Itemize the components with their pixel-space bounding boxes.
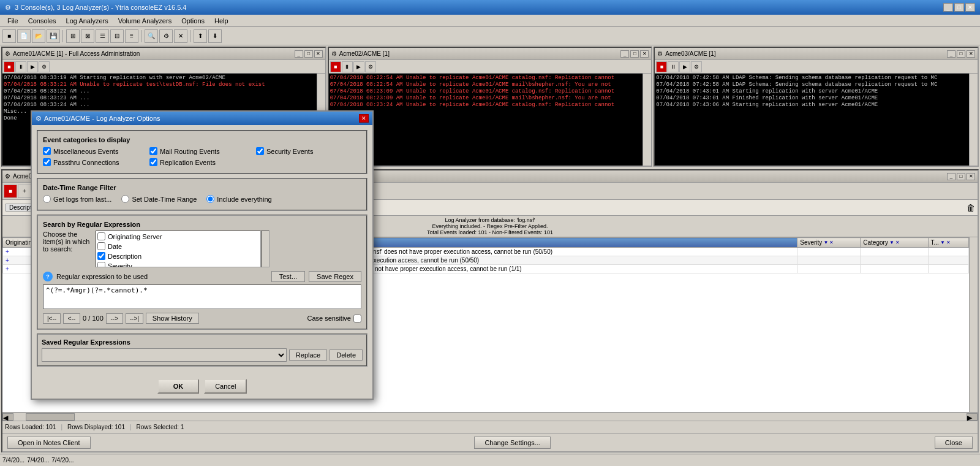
log-analyzer-close[interactable]: ✕ (967, 173, 975, 180)
toolbar-btn11[interactable]: ⬇ (208, 29, 222, 43)
regex-item-severity-input[interactable] (97, 262, 105, 267)
toolbar-btn6[interactable]: ≡ (125, 29, 138, 43)
console3-minimize[interactable]: _ (947, 50, 956, 58)
toolbar-new-btn[interactable]: 📄 (17, 29, 31, 43)
dialog-close-btn[interactable]: ✕ (359, 114, 369, 123)
log-table-scrollbar-v[interactable] (969, 237, 978, 412)
col-filter-category[interactable]: ✕ (895, 240, 900, 245)
toolbar-btn10[interactable]: ⬆ (194, 29, 207, 43)
toolbar-btn8[interactable]: ⚙ (159, 29, 173, 43)
console2-minimize[interactable]: _ (620, 50, 629, 58)
regex-items-scrollbox[interactable]: Originating Server Date Description (96, 231, 261, 267)
regex-last-btn[interactable]: -->| (126, 313, 143, 324)
toolbar-btn3[interactable]: ⊠ (81, 29, 94, 43)
regex-items-scrollbar[interactable] (261, 231, 270, 267)
toolbar-btn7[interactable]: 🔍 (145, 29, 158, 43)
regex-item-date-input[interactable] (97, 242, 105, 250)
toolbar-btn9[interactable]: ✕ (174, 29, 187, 43)
console1-stop[interactable]: ■ (4, 61, 15, 72)
regex-next-btn[interactable]: --> (106, 313, 123, 324)
console2-settings[interactable]: ⚙ (365, 61, 376, 72)
menu-file[interactable]: File (2, 16, 23, 26)
la-btn1[interactable]: + (18, 185, 31, 198)
col-sort-severity[interactable]: ▼ (823, 240, 828, 245)
saved-regex-dropdown[interactable] (42, 348, 287, 362)
cancel-button[interactable]: Cancel (204, 379, 247, 394)
menu-options[interactable]: Options (176, 16, 209, 26)
console3-settings[interactable]: ⚙ (691, 61, 702, 72)
console2-scrollbar[interactable] (643, 74, 651, 166)
menu-help[interactable]: Help (209, 16, 233, 26)
console2-play[interactable]: ▶ (353, 61, 364, 72)
toolbar-btn4[interactable]: ☰ (96, 29, 109, 43)
col-filter-type[interactable]: ✕ (946, 240, 951, 245)
radio-get-logs-input[interactable] (43, 195, 51, 203)
open-notes-client-button[interactable]: Open in Notes Client (7, 437, 91, 449)
col-sort-type[interactable]: ▼ (940, 240, 945, 245)
toolbar-open-btn[interactable]: 📂 (32, 29, 45, 43)
toolbar-btn5[interactable]: ⊟ (110, 29, 124, 43)
close-button[interactable]: ✕ (965, 3, 975, 12)
la-stop-btn[interactable]: ■ (4, 185, 17, 198)
console3-close[interactable]: ✕ (967, 50, 975, 58)
console3-pause[interactable]: ⏸ (668, 61, 679, 72)
filter-trash-btn[interactable]: 🗑 (967, 203, 975, 213)
test-button[interactable]: Test... (271, 271, 305, 282)
maximize-button[interactable]: □ (954, 3, 964, 12)
case-sensitive-input[interactable] (353, 315, 361, 323)
console3-scrollbar[interactable] (969, 74, 978, 166)
console1-pause[interactable]: ⏸ (15, 61, 26, 72)
menu-consoles[interactable]: Consoles (23, 16, 61, 26)
toolbar-stop-btn[interactable]: ■ (2, 29, 16, 43)
checkbox-security-input[interactable] (256, 147, 264, 155)
console3-maximize[interactable]: □ (957, 50, 965, 58)
log-analyzer-minimize[interactable]: _ (947, 173, 956, 180)
regex-item-originating-input[interactable] (97, 232, 105, 240)
show-history-button[interactable]: Show History (146, 313, 199, 324)
checkbox-mail-input[interactable] (149, 147, 157, 155)
regex-expression-input[interactable]: ^(?=.*Amgr)(?=.*cannot).* (43, 285, 361, 309)
console1-settings[interactable]: ⚙ (39, 61, 50, 72)
regex-prev-btn[interactable]: <-- (63, 313, 80, 324)
console1-play[interactable]: ▶ (27, 61, 38, 72)
col-filter-severity[interactable]: ✕ (829, 240, 834, 245)
close-button[interactable]: Close (935, 437, 973, 449)
toolbar-save-btn[interactable]: 💾 (47, 29, 60, 43)
replace-button[interactable]: Replace (289, 350, 327, 361)
console2-stop[interactable]: ■ (330, 61, 341, 72)
col-sort-category[interactable]: ▼ (889, 240, 894, 245)
checkbox-passthru-input[interactable] (43, 158, 51, 166)
log-analyzer-maximize[interactable]: □ (957, 173, 965, 180)
save-regex-button[interactable]: Save Regex (309, 271, 361, 282)
toolbar-sep3 (190, 30, 191, 42)
col-header-severity[interactable]: Severity ▼ ✕ (797, 238, 861, 248)
col-header-type[interactable]: T... ▼ ✕ (928, 238, 968, 248)
checkbox-misc-input[interactable] (43, 147, 51, 155)
radio-include-all-input[interactable] (206, 195, 214, 203)
console2-pause[interactable]: ⏸ (342, 61, 353, 72)
regex-first-btn[interactable]: |<-- (43, 313, 61, 324)
minimize-button[interactable]: _ (943, 3, 953, 12)
scroll-right-btn[interactable]: ▶ (967, 413, 978, 421)
console2-close[interactable]: ✕ (640, 50, 649, 58)
log-table-scrollbar-h[interactable]: ◀ ▶ (2, 412, 978, 421)
console3-stop[interactable]: ■ (656, 61, 667, 72)
change-settings-button[interactable]: Change Settings... (474, 437, 551, 449)
checkbox-replication-input[interactable] (149, 158, 157, 166)
ok-button[interactable]: OK (157, 379, 200, 394)
toolbar-btn2[interactable]: ⊞ (66, 29, 80, 43)
console1-close[interactable]: ✕ (314, 50, 323, 58)
scroll-left-btn[interactable]: ◀ (2, 413, 13, 421)
menu-log-analyzers[interactable]: Log Analyzers (61, 16, 113, 26)
menu-volume-analyzers[interactable]: Volume Analyzers (113, 16, 176, 26)
radio-set-range-input[interactable] (121, 195, 129, 203)
console1-minimize[interactable]: _ (295, 50, 303, 58)
console2-maximize[interactable]: □ (630, 50, 639, 58)
regex-item-description-input[interactable] (97, 252, 105, 260)
scroll-thumb[interactable] (26, 413, 75, 421)
col-header-category[interactable]: Category ▼ ✕ (861, 238, 928, 248)
delete-button[interactable]: Delete (330, 350, 363, 361)
console1-maximize[interactable]: □ (304, 50, 313, 58)
console3-play[interactable]: ▶ (679, 61, 690, 72)
regex-items-scroll-outer: Originating Server Date Description (96, 231, 270, 267)
